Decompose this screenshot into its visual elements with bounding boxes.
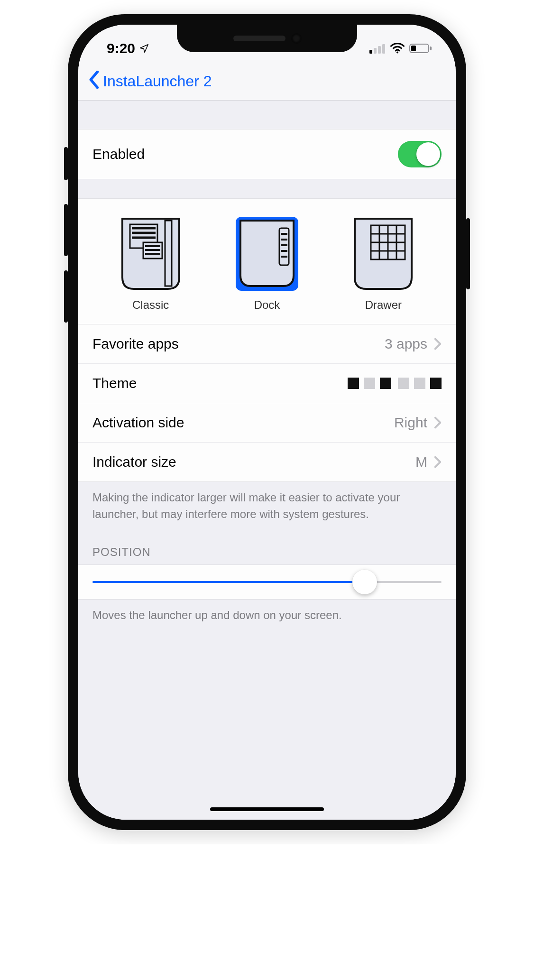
position-header: POSITION [78,527,456,564]
theme-swatches [348,378,442,389]
content: Enabled [78,101,456,820]
position-slider[interactable] [92,581,442,583]
phone-frame: 9:20 [68,14,466,830]
enabled-label: Enabled [92,146,145,162]
settings-group: Favorite apps 3 apps Theme [78,324,456,482]
location-icon [139,43,149,54]
drawer-icon [350,216,416,292]
chevron-right-icon [434,456,442,468]
front-camera [292,34,301,43]
position-footer: Moves the launcher up and down on your s… [78,600,456,628]
status-time: 9:20 [107,40,135,56]
enabled-row[interactable]: Enabled [78,129,456,179]
favorite-apps-row[interactable]: Favorite apps 3 apps [78,324,456,364]
speaker-grille [233,36,285,41]
svg-rect-1 [374,48,377,54]
position-slider-row[interactable] [78,564,456,600]
indicator-footer: Making the indicator larger will make it… [78,482,456,527]
svg-rect-0 [369,50,372,54]
enabled-toggle[interactable] [398,141,442,167]
back-label: InstaLauncher 2 [103,73,212,90]
style-label: Drawer [365,298,402,312]
dock-icon [234,216,300,292]
chevron-right-icon [434,416,442,429]
home-indicator[interactable] [210,807,324,811]
cellular-icon [369,43,386,54]
style-label: Dock [254,298,280,312]
svg-rect-16 [165,221,172,286]
phone-volume-up [64,204,68,256]
svg-rect-2 [378,46,381,54]
svg-point-4 [396,52,398,54]
indicator-size-label: Indicator size [92,454,176,470]
favorite-apps-label: Favorite apps [92,336,179,352]
style-option-classic[interactable]: Classic [118,216,184,312]
nav-bar: InstaLauncher 2 [78,63,456,101]
slider-thumb[interactable] [352,570,377,594]
indicator-size-row[interactable]: Indicator size M [78,443,456,482]
svg-rect-3 [382,44,385,54]
classic-icon [118,216,184,292]
phone-mute-switch [64,147,68,180]
toggle-knob [416,142,440,166]
style-option-dock[interactable]: Dock [234,216,300,312]
style-label: Classic [132,298,169,312]
status-right [369,43,432,54]
theme-label: Theme [92,375,137,391]
screen: 9:20 [78,25,456,820]
status-left: 9:20 [107,40,149,56]
battery-icon [409,43,432,54]
style-chooser: Classic [78,198,456,324]
theme-swatch-dark [348,378,391,389]
activation-side-row[interactable]: Activation side Right [78,403,456,443]
favorite-apps-value: 3 apps [385,336,427,352]
theme-swatch-light [398,378,442,389]
svg-rect-6 [411,46,416,51]
indicator-size-value: M [415,454,427,470]
theme-row[interactable]: Theme [78,364,456,403]
phone-volume-down [64,270,68,323]
wifi-icon [390,43,405,54]
back-button[interactable]: InstaLauncher 2 [88,71,212,92]
svg-rect-7 [430,46,432,50]
style-option-drawer[interactable]: Drawer [350,216,416,312]
notch [177,25,357,52]
chevron-left-icon [88,71,101,92]
activation-side-value: Right [394,415,427,431]
chevron-right-icon [434,338,442,350]
slider-fill [92,581,365,583]
phone-power-button [466,218,470,289]
activation-side-label: Activation side [92,415,184,431]
